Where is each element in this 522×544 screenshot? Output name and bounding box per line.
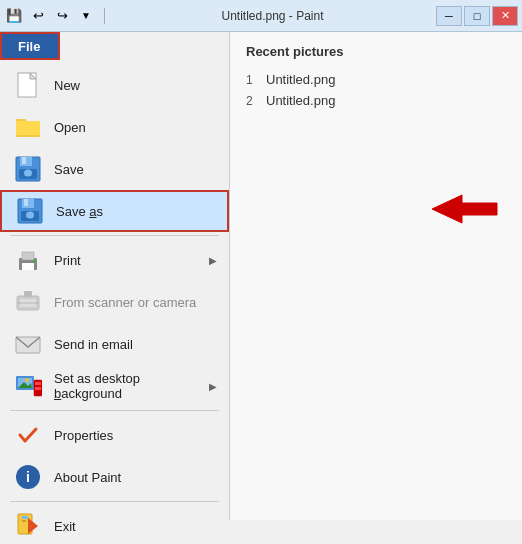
about-label: About Paint <box>54 470 121 485</box>
desktop-icon <box>12 370 44 402</box>
desktop-arrow: ▶ <box>209 381 217 392</box>
dropdown-icon[interactable]: ▼ <box>76 6 96 26</box>
svg-text:i: i <box>26 469 30 485</box>
open-label: Open <box>54 120 86 135</box>
svg-rect-30 <box>35 387 41 390</box>
svg-rect-22 <box>24 291 32 297</box>
print-arrow: ▶ <box>209 255 217 266</box>
menu-items-list: New Open <box>0 60 229 544</box>
svg-rect-12 <box>24 199 28 206</box>
annotation-arrow <box>402 187 492 227</box>
close-button[interactable]: ✕ <box>492 6 518 26</box>
menu-item-new[interactable]: New <box>0 64 229 106</box>
svg-rect-16 <box>22 252 34 260</box>
properties-icon <box>12 419 44 451</box>
saveas-icon <box>14 195 46 227</box>
recent-item-2[interactable]: 2 Untitled.png <box>246 90 506 111</box>
file-button[interactable]: File <box>0 32 60 60</box>
svg-rect-4 <box>16 121 40 135</box>
exit-label: Exit <box>54 519 76 534</box>
exit-icon <box>12 510 44 542</box>
email-icon <box>12 328 44 360</box>
svg-point-18 <box>33 260 36 263</box>
recent-item-1[interactable]: 1 Untitled.png <box>246 69 506 90</box>
save-menu-icon <box>12 153 44 185</box>
email-label: Send in email <box>54 337 133 352</box>
recent-num-1: 1 <box>246 73 266 87</box>
menu-item-print[interactable]: Print ▶ <box>0 239 229 281</box>
svg-rect-35 <box>22 516 28 519</box>
menu-item-saveas[interactable]: Save as <box>0 190 229 232</box>
svg-marker-37 <box>432 195 497 223</box>
separator-2 <box>10 410 219 411</box>
svg-rect-29 <box>35 382 41 385</box>
new-icon <box>12 69 44 101</box>
scanner-label: From scanner or camera <box>54 295 196 310</box>
title-bar: 💾 ↩ ↪ ▼ Untitled.png - Paint ─ □ ✕ <box>0 0 522 32</box>
save-icon[interactable]: 💾 <box>4 6 24 26</box>
main-content: File New <box>0 32 522 520</box>
separator-1 <box>10 235 219 236</box>
svg-rect-7 <box>22 157 26 164</box>
svg-rect-36 <box>22 520 26 522</box>
menu-item-save[interactable]: Save <box>0 148 229 190</box>
save-label: Save <box>54 162 84 177</box>
desktop-label: Set as desktop background <box>54 371 209 401</box>
print-label: Print <box>54 253 81 268</box>
minimize-button[interactable]: ─ <box>436 6 462 26</box>
quick-access-toolbar: 💾 ↩ ↪ ▼ <box>4 6 109 26</box>
print-icon <box>12 244 44 276</box>
svg-point-9 <box>24 170 32 177</box>
recent-title: Recent pictures <box>246 44 506 59</box>
maximize-button[interactable]: □ <box>464 6 490 26</box>
svg-point-14 <box>26 212 34 219</box>
recent-num-2: 2 <box>246 94 266 108</box>
menu-item-scanner: From scanner or camera <box>0 281 229 323</box>
separator-3 <box>10 501 219 502</box>
menu-item-exit[interactable]: Exit <box>0 505 229 544</box>
properties-label: Properties <box>54 428 113 443</box>
window-title: Untitled.png - Paint <box>109 9 436 23</box>
open-icon <box>12 111 44 143</box>
redo-icon[interactable]: ↪ <box>52 6 72 26</box>
recent-label-1: Untitled.png <box>266 72 335 87</box>
file-menu: File New <box>0 32 230 520</box>
menu-item-properties[interactable]: Properties <box>0 414 229 456</box>
menu-item-email[interactable]: Send in email <box>0 323 229 365</box>
menu-item-open[interactable]: Open <box>0 106 229 148</box>
undo-icon[interactable]: ↩ <box>28 6 48 26</box>
svg-rect-21 <box>17 302 39 304</box>
menu-item-desktop[interactable]: Set as desktop background ▶ <box>0 365 229 407</box>
menu-item-about[interactable]: i About Paint <box>0 456 229 498</box>
svg-point-27 <box>25 378 29 382</box>
saveas-label: Save as <box>56 204 103 219</box>
recent-label-2: Untitled.png <box>266 93 335 108</box>
new-label: New <box>54 78 80 93</box>
about-icon: i <box>12 461 44 493</box>
window-controls: ─ □ ✕ <box>436 6 518 26</box>
svg-marker-34 <box>28 518 38 534</box>
scanner-icon <box>12 286 44 318</box>
svg-rect-17 <box>22 263 34 270</box>
right-panel: Recent pictures 1 Untitled.png 2 Untitle… <box>230 32 522 520</box>
